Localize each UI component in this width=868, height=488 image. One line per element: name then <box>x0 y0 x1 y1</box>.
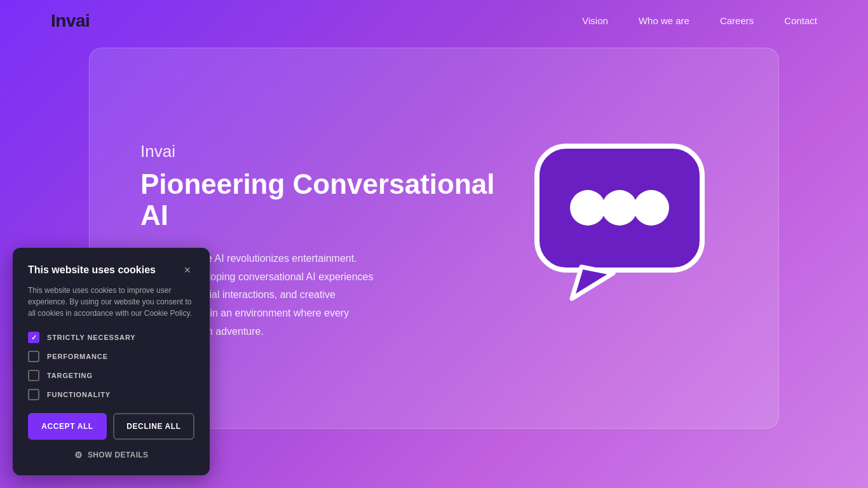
svg-point-2 <box>602 190 637 226</box>
show-details-button[interactable]: ⚙ SHOW DETAILS <box>28 450 194 460</box>
gear-icon: ⚙ <box>74 450 83 460</box>
checkbox-strictly-necessary[interactable] <box>28 332 39 343</box>
nav-link-vision[interactable]: Vision <box>582 15 608 26</box>
nav-link-contact[interactable]: Contact <box>784 15 817 26</box>
label-functionality: FUNCTIONALITY <box>47 391 111 398</box>
decline-all-button[interactable]: DECLINE ALL <box>113 413 194 440</box>
checkbox-targeting[interactable] <box>28 370 39 381</box>
chat-bubble-illustration <box>524 140 728 343</box>
cookie-option-performance: PERFORMANCE <box>28 351 194 362</box>
nav-link-careers[interactable]: Careers <box>720 15 754 26</box>
label-strictly-necessary: STRICTLY NECESSARY <box>47 334 136 341</box>
accept-all-button[interactable]: ACCEPT ALL <box>28 413 107 440</box>
cookie-option-functionality: FUNCTIONALITY <box>28 389 194 400</box>
navbar: Invai Vision Who we are Careers Contact <box>0 0 868 41</box>
svg-point-3 <box>634 190 669 226</box>
nav-links: Vision Who we are Careers Contact <box>582 15 817 27</box>
cookie-header: This website uses cookies × <box>28 263 194 277</box>
show-details-label: SHOW DETAILS <box>88 451 148 459</box>
chat-bubble-icon <box>524 140 715 318</box>
cookie-close-button[interactable]: × <box>180 263 194 277</box>
nav-link-who-we-are[interactable]: Who we are <box>639 15 689 26</box>
label-performance: PERFORMANCE <box>47 353 108 360</box>
cookie-buttons: ACCEPT ALL DECLINE ALL <box>28 413 194 440</box>
logo[interactable]: Invai <box>51 11 90 31</box>
label-targeting: TARGETING <box>47 372 93 379</box>
cookie-option-targeting: TARGETING <box>28 370 194 381</box>
cookie-option-strictly-necessary: STRICTLY NECESSARY <box>28 332 194 343</box>
cookie-description: This website uses cookies to improve use… <box>28 285 194 319</box>
cookie-title: This website uses cookies <box>28 264 156 276</box>
checkbox-performance[interactable] <box>28 351 39 362</box>
svg-point-1 <box>570 190 606 226</box>
hero-brand: Invai <box>140 142 496 161</box>
hero-title: Pioneering Conversational AI <box>140 169 496 231</box>
cookie-options: STRICTLY NECESSARY PERFORMANCE TARGETING… <box>28 332 194 400</box>
checkbox-functionality[interactable] <box>28 389 39 400</box>
cookie-banner: This website uses cookies × This website… <box>13 248 210 475</box>
